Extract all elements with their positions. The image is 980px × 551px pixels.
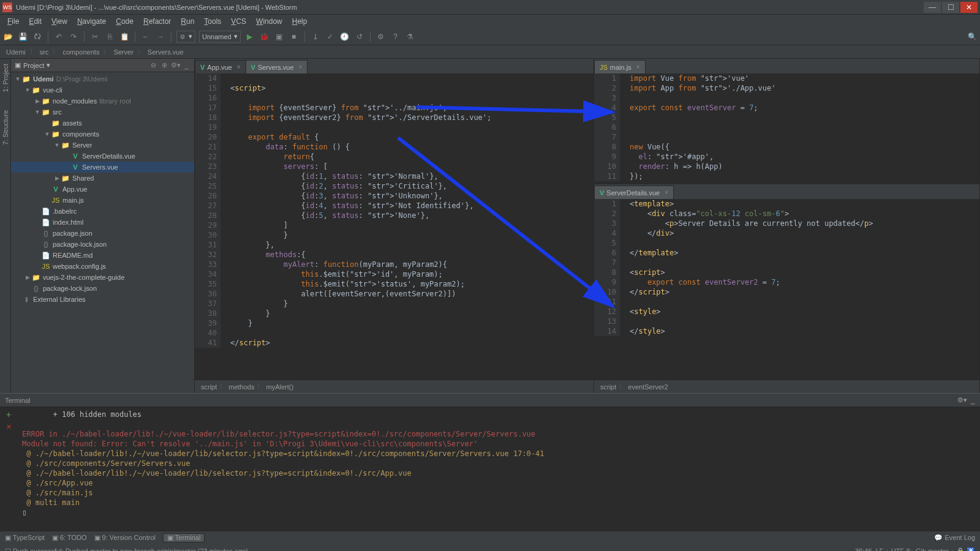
tree-item[interactable]: VApp.vue	[11, 184, 194, 195]
save-icon[interactable]: 💾	[17, 31, 28, 42]
tree-item[interactable]: ▶📁vuejs-2-the-complete-guide	[11, 272, 194, 283]
breadcrumb-item[interactable]: components	[62, 48, 99, 56]
search-everywhere-icon[interactable]: 🔍	[967, 31, 978, 42]
tree-item[interactable]: ▼📁Server	[11, 140, 194, 151]
tree-item[interactable]: ▼📁vue-cli	[11, 84, 194, 96]
event-log-tab[interactable]: 💬 Event Log	[934, 534, 975, 542]
code-breadcrumb-left[interactable]: script 〉 methods 〉 myAlert()	[195, 380, 594, 393]
tree-item[interactable]: 📄.babelrc	[11, 206, 194, 217]
menu-navigate[interactable]: Navigate	[72, 17, 111, 26]
editor-tab[interactable]: VServerDetails.vue×	[594, 186, 674, 199]
hide-icon[interactable]: ⎯	[182, 62, 190, 69]
bottom-tool-tab[interactable]: ▣ 6: TODO	[52, 534, 87, 542]
tree-item[interactable]: JSmain.js	[11, 195, 194, 206]
menu-tools[interactable]: Tools	[199, 17, 226, 26]
extra-icon[interactable]: ⚗	[405, 31, 416, 42]
menu-refactor[interactable]: Refactor	[138, 17, 176, 26]
project-tool-tab[interactable]: 1: Project	[2, 64, 9, 92]
close-tab-icon[interactable]: ×	[237, 64, 241, 70]
run-icon[interactable]: ▶	[244, 31, 255, 42]
editor-tab[interactable]: VApp.vue×	[195, 60, 246, 73]
code-breadcrumb-item[interactable]: script	[201, 383, 217, 391]
tree-item[interactable]: ▼📁components	[11, 129, 194, 140]
tree-item[interactable]: 📄index.html	[11, 217, 194, 228]
close-button[interactable]: ✕	[960, 2, 978, 13]
bottom-tool-tab[interactable]: ▣ Terminal	[163, 533, 205, 542]
close-tab-icon[interactable]: ×	[299, 64, 303, 70]
status-caret-pos[interactable]: 36:46	[855, 547, 872, 551]
tree-item[interactable]: 📁assets	[11, 118, 194, 129]
menu-file[interactable]: File	[2, 17, 24, 26]
status-man-icon[interactable]: ♿	[967, 547, 975, 552]
breadcrumb-item[interactable]: Server	[113, 48, 133, 56]
structure-tool-tab[interactable]: 7: Structure	[2, 110, 9, 145]
copy-icon[interactable]: ⎘	[104, 31, 115, 42]
paste-icon[interactable]: 📋	[119, 31, 130, 42]
terminal-close-icon[interactable]: ✕	[2, 423, 15, 431]
forward-icon[interactable]: →	[155, 31, 166, 42]
tree-item[interactable]: {}package.json	[11, 228, 194, 239]
tree-item[interactable]: ▶📁Shared	[11, 173, 194, 184]
tree-item[interactable]: {}package-lock.json	[11, 283, 194, 294]
status-line-sep[interactable]: LF	[876, 547, 884, 551]
stop-icon[interactable]: ■	[288, 31, 300, 42]
code-breadcrumb-item[interactable]: script	[600, 383, 616, 391]
build-config-combo[interactable]: ⛭▾	[176, 31, 195, 43]
code-breadcrumb-item[interactable]: myAlert()	[266, 383, 293, 391]
run-config-combo[interactable]: Unnamed▾	[199, 31, 241, 43]
status-git-branch[interactable]: Git: master	[916, 547, 949, 551]
breadcrumb-item[interactable]: Udemi	[6, 48, 26, 56]
tree-item[interactable]: ⫴External Libraries	[11, 294, 194, 305]
menu-help[interactable]: Help	[287, 17, 312, 26]
maximize-button[interactable]: ☐	[942, 2, 959, 13]
vcs-update-icon[interactable]: ⤓	[310, 31, 321, 42]
code-editor-serverdetails[interactable]: 1234567891011121314 <template> <div clas…	[594, 199, 979, 380]
tree-item[interactable]: VServers.vue	[11, 162, 194, 173]
tree-item[interactable]: ▶📁node_moduleslibrary root	[11, 96, 194, 107]
editor-tab[interactable]: VServers.vue×	[246, 60, 308, 73]
menu-code[interactable]: Code	[111, 17, 138, 26]
code-breadcrumb-item[interactable]: methods	[228, 383, 254, 391]
vcs-revert-icon[interactable]: ↺	[354, 31, 365, 42]
cut-icon[interactable]: ✂	[89, 31, 100, 42]
help-icon[interactable]: ?	[390, 31, 401, 42]
menu-view[interactable]: View	[47, 17, 72, 26]
open-icon[interactable]: 📂	[2, 31, 13, 42]
code-editor-servers[interactable]: 1415161718192021222324252627282930313233…	[195, 73, 594, 380]
vcs-history-icon[interactable]: 🕘	[339, 31, 350, 42]
target-icon[interactable]: ⊕	[160, 61, 168, 69]
coverage-icon[interactable]: ▣	[274, 31, 285, 42]
gear-icon[interactable]: ⚙▾	[171, 61, 179, 69]
tree-root[interactable]: ▼📁UdemiD:\Progi 3\Udemi	[11, 73, 194, 84]
tree-item[interactable]: {}package-lock.json	[11, 239, 194, 250]
code-breadcrumb-item[interactable]: eventServer2	[628, 383, 668, 391]
terminal-output[interactable]: + 106 hidden modules ERROR in ./~/babel-…	[17, 407, 980, 531]
tree-item[interactable]: 📄README.md	[11, 250, 194, 261]
bottom-tool-tab[interactable]: ▣ TypeScript	[5, 534, 45, 542]
debug-icon[interactable]: 🐞	[259, 31, 270, 42]
undo-icon[interactable]: ↶	[53, 31, 64, 42]
settings-icon[interactable]: ⚙	[375, 31, 386, 42]
status-encoding[interactable]: UTF-8	[891, 547, 910, 551]
close-tab-icon[interactable]: ×	[636, 64, 640, 70]
vcs-commit-icon[interactable]: ✓	[325, 31, 336, 42]
menu-edit[interactable]: Edit	[24, 17, 47, 26]
menu-vcs[interactable]: VCS	[226, 17, 251, 26]
tree-item[interactable]: VServerDetails.vue	[11, 151, 194, 162]
tree-item[interactable]: ▼📁src	[11, 107, 194, 118]
tree-item[interactable]: JSwebpack.config.js	[11, 261, 194, 272]
redo-icon[interactable]: ↷	[68, 31, 79, 42]
back-icon[interactable]: ←	[140, 31, 151, 42]
breadcrumb-item[interactable]: Servers.vue	[148, 48, 184, 56]
editor-tab[interactable]: JSmain.js×	[594, 60, 646, 73]
project-header-title[interactable]: Project	[23, 62, 44, 69]
terminal-hide-icon[interactable]: ⎯	[971, 397, 975, 404]
menu-run[interactable]: Run	[176, 17, 199, 26]
close-tab-icon[interactable]: ×	[665, 189, 668, 196]
minimize-button[interactable]: —	[924, 2, 941, 13]
status-lock-icon[interactable]: 🔒	[956, 547, 965, 552]
terminal-new-icon[interactable]: +	[2, 410, 15, 419]
terminal-gear-icon[interactable]: ⚙▾	[957, 396, 967, 404]
breadcrumb-item[interactable]: src	[40, 48, 49, 56]
project-tree[interactable]: ▼📁UdemiD:\Progi 3\Udemi▼📁vue-cli▶📁node_m…	[11, 72, 194, 393]
